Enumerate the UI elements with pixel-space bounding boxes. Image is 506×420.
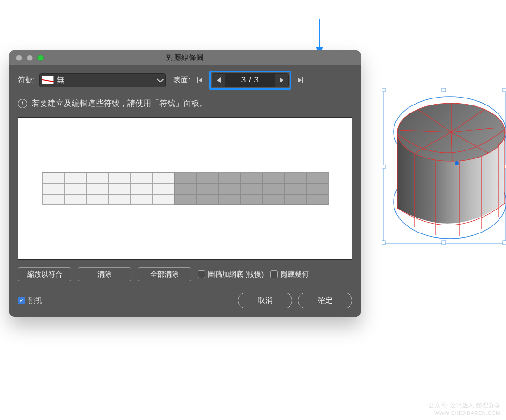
svg-rect-12 <box>382 165 385 169</box>
grid-cell-hidden <box>218 194 240 205</box>
symbol-dropdown[interactable]: 無 <box>39 73 166 87</box>
grid-cell-visible <box>64 194 86 205</box>
minimize-button[interactable] <box>27 55 33 61</box>
ok-button[interactable]: 確定 <box>298 292 352 308</box>
grid-cell-visible <box>152 172 174 183</box>
grid-cell-hidden <box>240 172 262 183</box>
svg-marker-6 <box>298 77 302 83</box>
svg-marker-5 <box>280 77 283 83</box>
svg-rect-11 <box>503 88 506 92</box>
grid-cell-hidden <box>306 194 328 205</box>
surface-highlight: 3 / 3 <box>209 71 291 90</box>
grid-cell-visible <box>64 172 86 183</box>
grid-cell-hidden <box>262 172 284 183</box>
grid-cell-hidden <box>174 172 196 183</box>
grid-cell-hidden <box>218 172 240 183</box>
grid-cell-hidden <box>284 194 306 205</box>
checkbox-icon <box>198 270 205 278</box>
grid-cell-visible <box>108 172 130 183</box>
clear-button[interactable]: 清除 <box>78 267 131 281</box>
grid-cell-visible <box>42 172 64 183</box>
watermark-line1: 公众号: 设计达人 整理分享 <box>428 402 500 410</box>
grid-cell-hidden <box>196 194 218 205</box>
svg-rect-9 <box>382 88 385 92</box>
svg-point-36 <box>455 161 459 165</box>
grid-row <box>42 183 328 194</box>
grid-cell-hidden <box>262 183 284 194</box>
svg-rect-10 <box>442 88 446 92</box>
info-text: 若要建立及編輯這些符號，請使用「符號」面板。 <box>32 98 207 109</box>
grid-cell-visible <box>64 183 86 194</box>
preview-area <box>18 117 352 260</box>
grid-cell-hidden <box>306 183 328 194</box>
hide-geometry-label: 隱藏幾何 <box>281 270 309 279</box>
titlebar: 對應線條圖 <box>9 50 361 65</box>
grid-cell-visible <box>152 183 174 194</box>
prev-surface-button[interactable] <box>212 74 225 87</box>
dialog-title: 對應線條圖 <box>9 53 361 63</box>
grid-cell-hidden <box>218 183 240 194</box>
grid-cell-visible <box>130 194 152 205</box>
grid-cell-visible <box>86 194 108 205</box>
watermark: 公众号: 设计达人 整理分享 WWW.SHEJIDAREN.COM <box>428 402 500 416</box>
grid-cell-hidden <box>262 194 284 205</box>
surface-label: 表面: <box>173 75 190 85</box>
grid-cell-hidden <box>174 194 196 205</box>
grid-cell-hidden <box>196 183 218 194</box>
grid-cell-hidden <box>196 172 218 183</box>
grid-cell-visible <box>130 183 152 194</box>
symbol-label: 符號: <box>18 75 35 85</box>
grid-cell-hidden <box>240 183 262 194</box>
info-icon: i <box>18 99 27 108</box>
shade-artwork-checkbox[interactable]: 圖稿加網底 (較慢) <box>198 270 264 279</box>
grid-cell-hidden <box>284 183 306 194</box>
grid-cell-visible <box>86 183 108 194</box>
grid-cell-hidden <box>284 172 306 183</box>
svg-rect-14 <box>382 241 385 245</box>
map-art-dialog: 對應線條圖 符號: 無 表面: 3 / 3 <box>9 50 361 317</box>
grid-row <box>42 172 328 183</box>
grid-cell-hidden <box>174 183 196 194</box>
cancel-button[interactable]: 取消 <box>238 292 292 308</box>
chevron-down-icon <box>157 76 164 82</box>
shade-artwork-label: 圖稿加網底 (較慢) <box>208 270 264 279</box>
scale-to-fit-button[interactable]: 縮放以符合 <box>18 267 71 281</box>
preview-checkbox[interactable]: ✓ 預視 <box>18 296 42 305</box>
viewport-3d-object <box>382 87 506 247</box>
checkbox-checked-icon: ✓ <box>18 297 25 304</box>
clear-all-button[interactable]: 全部清除 <box>138 267 191 281</box>
grid-cell-visible <box>108 183 130 194</box>
svg-rect-7 <box>302 77 303 83</box>
close-button[interactable] <box>16 55 22 61</box>
grid-cell-visible <box>108 194 130 205</box>
last-surface-button[interactable] <box>295 73 306 87</box>
grid-cell-visible <box>86 172 108 183</box>
svg-rect-15 <box>442 241 446 245</box>
zoom-button[interactable] <box>37 55 44 61</box>
surface-stepper: 3 / 3 <box>212 73 289 87</box>
none-swatch-icon <box>42 76 54 84</box>
hide-geometry-checkbox[interactable]: 隱藏幾何 <box>270 270 309 279</box>
preview-label: 預視 <box>28 296 42 305</box>
first-surface-button[interactable] <box>194 73 206 87</box>
grid-cell-visible <box>152 194 174 205</box>
svg-marker-4 <box>217 77 221 83</box>
grid-cell-hidden <box>240 194 262 205</box>
svg-rect-2 <box>197 77 198 83</box>
svg-marker-3 <box>199 77 202 83</box>
grid-cell-visible <box>42 183 64 194</box>
window-controls <box>16 55 44 61</box>
grid-cell-hidden <box>306 172 328 183</box>
grid-row <box>42 194 328 205</box>
surface-map-grid <box>42 172 329 205</box>
grid-cell-visible <box>42 194 64 205</box>
checkbox-icon <box>270 270 278 278</box>
svg-rect-16 <box>503 241 506 245</box>
watermark-line2: WWW.SHEJIDAREN.COM <box>428 410 500 416</box>
grid-cell-visible <box>130 172 152 183</box>
symbol-value: 無 <box>57 75 154 85</box>
surface-page-display: 3 / 3 <box>225 74 275 87</box>
next-surface-button[interactable] <box>275 74 288 87</box>
info-row: i 若要建立及編輯這些符號，請使用「符號」面板。 <box>18 98 352 109</box>
